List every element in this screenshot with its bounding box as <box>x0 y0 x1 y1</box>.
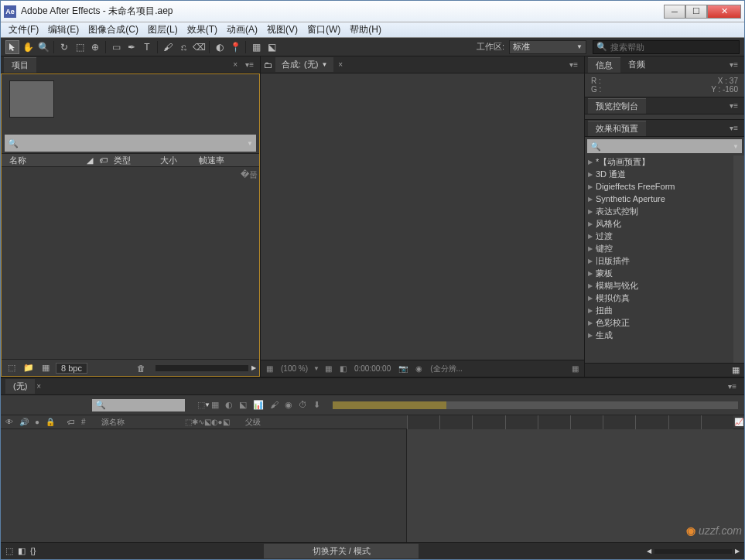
menu-layer[interactable]: 图层(L) <box>143 22 183 38</box>
col-num[interactable]: # <box>81 418 86 426</box>
timeline-tab[interactable]: (无) <box>5 379 35 394</box>
menu-composition[interactable]: 图像合成(C) <box>84 22 143 38</box>
timeline-layers[interactable] <box>1 429 407 542</box>
maximize-button[interactable]: ☐ <box>685 5 707 19</box>
col-speaker-icon[interactable]: 🔊 <box>19 418 29 426</box>
comp-toggle-icon[interactable]: ▦ <box>264 364 275 373</box>
hand-tool[interactable]: ✋ <box>21 40 35 54</box>
menu-window[interactable]: 窗口(W) <box>302 22 345 38</box>
effects-category[interactable]: ▶Synthetic Aperture <box>585 193 733 205</box>
new-comp-icon[interactable]: ▦ <box>39 362 53 374</box>
effects-category[interactable]: ▶过渡 <box>585 230 733 242</box>
resolution-readout[interactable]: (全分辨... <box>428 364 465 374</box>
bit-depth[interactable]: 8 bpc <box>56 363 87 374</box>
col-lock-icon[interactable]: 🔒 <box>46 418 55 426</box>
comp-close-icon[interactable]: × <box>337 60 344 69</box>
camera-tool[interactable]: ⬚ <box>73 40 87 54</box>
trash-icon[interactable]: 🗑 <box>134 362 148 374</box>
effects-search[interactable]: 🔍 ▼ <box>587 139 742 153</box>
text-tool[interactable]: T <box>140 40 154 54</box>
panel-menu-icon[interactable]: ▾≡ <box>242 60 257 69</box>
menu-help[interactable]: 帮助(H) <box>345 22 386 38</box>
clone-tool[interactable]: ⎌ <box>176 40 190 54</box>
effects-menu-icon[interactable]: ▾≡ <box>726 124 741 132</box>
mask-icon[interactable]: ◧ <box>337 364 349 373</box>
channel-icon[interactable]: ◉ <box>413 364 425 373</box>
col-size[interactable]: 大小 <box>157 155 196 166</box>
col-name[interactable]: 名称 <box>6 155 84 166</box>
tool-extra2[interactable]: ⬕ <box>265 40 279 54</box>
effects-category[interactable]: ▶3D 通道 <box>585 168 733 180</box>
effects-category[interactable]: ▶风格化 <box>585 217 733 230</box>
panel-close-icon[interactable]: × <box>231 60 239 69</box>
col-label-icon[interactable]: 🏷 <box>96 155 111 165</box>
tl-toggle2-icon[interactable]: {} <box>30 546 36 556</box>
snapshot-icon[interactable]: 📷 <box>396 364 410 373</box>
effects-category[interactable]: ▶旧版插件 <box>585 254 733 267</box>
menu-animation[interactable]: 动画(A) <box>222 22 262 38</box>
help-search[interactable]: 🔍 <box>593 40 740 54</box>
puppet-tool[interactable]: 📍 <box>228 40 242 54</box>
timeline-tracks[interactable] <box>407 429 744 542</box>
menu-effect[interactable]: 效果(T) <box>183 22 222 38</box>
effects-category[interactable]: ▶键控 <box>585 242 733 254</box>
comp-title-tab[interactable]: 合成: (无) ▼ <box>275 57 333 72</box>
brush-tool[interactable]: 🖌 <box>161 40 175 54</box>
col-parent[interactable]: 父级 <box>245 417 261 428</box>
menu-view[interactable]: 视图(V) <box>262 22 302 38</box>
col-solo-icon[interactable]: ● <box>35 418 39 426</box>
effects-category[interactable]: ▶表达式控制 <box>585 205 733 217</box>
preview-tab[interactable]: 预览控制台 <box>588 98 646 114</box>
tl-tool-6[interactable]: 🖌 <box>270 400 279 410</box>
comp-new-icon[interactable]: ▦ <box>569 364 581 373</box>
help-search-input[interactable] <box>610 43 736 52</box>
tl-zoom-out-icon[interactable]: ◀ <box>647 548 651 555</box>
col-type[interactable]: 类型 <box>111 155 157 166</box>
tl-zoom-slider[interactable] <box>654 549 732 554</box>
selection-tool[interactable] <box>5 40 19 54</box>
comp-lock-icon[interactable]: 🗀 <box>264 60 272 70</box>
timeline-search[interactable]: 🔍 ▼ <box>92 399 185 411</box>
anchor-tool[interactable]: ⊕ <box>88 40 102 54</box>
project-list[interactable]: �품 <box>2 167 259 359</box>
effects-category[interactable]: ▶生成 <box>585 329 733 341</box>
close-button[interactable]: ✕ <box>707 5 741 19</box>
effects-search-input[interactable] <box>601 142 733 151</box>
effects-category[interactable]: ▶模糊与锐化 <box>585 279 733 292</box>
info-tab[interactable]: 信息 <box>588 57 620 73</box>
rotate-tool[interactable]: ↻ <box>57 40 71 54</box>
project-search-input[interactable] <box>22 138 244 148</box>
col-eye-icon[interactable]: 👁 <box>5 418 13 426</box>
col-source[interactable]: 源名称 <box>101 417 125 428</box>
effects-list[interactable]: ▶*【动画预置】▶3D 通道▶Digieffects FreeForm▶Synt… <box>585 155 733 363</box>
scroll-right-icon[interactable]: ▶ <box>251 364 256 371</box>
tl-expand-icon[interactable]: ⬚ <box>5 546 13 556</box>
eraser-tool[interactable]: ⌫ <box>192 40 206 54</box>
col-tag-icon[interactable]: ◢ <box>84 155 96 166</box>
timeline-switch-mode[interactable]: 切换开关 / 模式 <box>264 544 419 558</box>
comp-viewer[interactable] <box>261 73 584 360</box>
tl-tool-4[interactable]: ⬕ <box>239 400 247 410</box>
effects-category[interactable]: ▶模拟仿真 <box>585 292 733 304</box>
minimize-button[interactable]: ─ <box>664 5 685 19</box>
folder-icon[interactable]: 📁 <box>22 362 36 374</box>
effects-category[interactable]: ▶*【动画预置】 <box>585 155 733 168</box>
flowchart-icon[interactable]: �품 <box>241 169 258 180</box>
col-rate[interactable]: 帧速率 <box>196 155 227 166</box>
timeline-work-area[interactable] <box>333 401 738 409</box>
timeline-close-icon[interactable]: × <box>35 382 43 391</box>
tl-tool-8[interactable]: ⏱ <box>299 400 307 410</box>
menu-file[interactable]: 文件(F) <box>4 22 43 38</box>
zoom-tool[interactable]: 🔍 <box>36 40 50 54</box>
tl-tool-3[interactable]: ◐ <box>225 400 233 410</box>
timeline-search-input[interactable] <box>106 401 204 409</box>
info-menu-icon[interactable]: ▾≡ <box>726 60 741 69</box>
effects-category[interactable]: ▶扭曲 <box>585 304 733 316</box>
shape-tool[interactable]: ▭ <box>109 40 123 54</box>
tl-tool-5[interactable]: 📊 <box>253 400 264 410</box>
tool-extra1[interactable]: ▦ <box>249 40 263 54</box>
effects-new-icon[interactable]: ▦ <box>732 365 740 374</box>
audio-tab[interactable]: 音频 <box>620 57 653 73</box>
tl-tool-9[interactable]: ⬇ <box>313 400 320 410</box>
grid-icon[interactable]: ▦ <box>323 364 334 373</box>
